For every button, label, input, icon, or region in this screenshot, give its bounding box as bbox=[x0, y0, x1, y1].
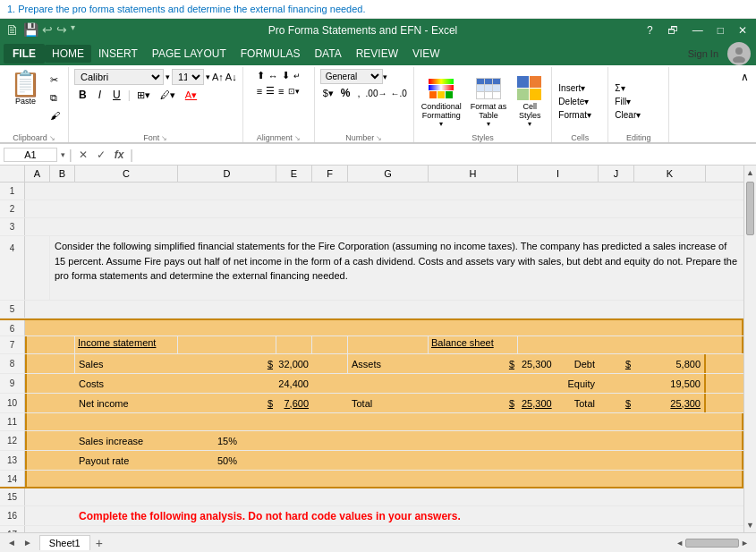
row-7-E[interactable] bbox=[276, 336, 312, 353]
scroll-sheets-right[interactable]: ► bbox=[20, 538, 36, 548]
row-9-D[interactable] bbox=[178, 374, 276, 393]
percent-button[interactable]: % bbox=[338, 86, 353, 100]
row-7-rest[interactable] bbox=[518, 336, 743, 353]
scrollbar-vertical[interactable]: ▲ ▼ bbox=[743, 166, 756, 532]
fill-button[interactable]: Fill▾ bbox=[614, 96, 663, 107]
col-header-I[interactable]: I bbox=[518, 166, 599, 182]
fill-color-button[interactable]: 🖊▾ bbox=[157, 88, 179, 103]
paste-button[interactable]: 📋 Paste bbox=[5, 69, 46, 108]
font-color-button[interactable]: A▾ bbox=[182, 88, 200, 103]
clipboard-group-arrow[interactable]: ↘ bbox=[49, 134, 55, 142]
font-group-arrow[interactable]: ↘ bbox=[161, 134, 167, 142]
autosum-button[interactable]: Σ▾ bbox=[614, 82, 663, 94]
row-7-C[interactable]: Income statement bbox=[75, 336, 178, 353]
row-3-cells[interactable] bbox=[25, 218, 743, 235]
format-cells-button[interactable]: Format▾ bbox=[557, 109, 602, 121]
row-num-5[interactable]: 5 bbox=[0, 301, 25, 318]
menu-view[interactable]: VIEW bbox=[405, 45, 447, 63]
scroll-up-arrow[interactable]: ▲ bbox=[744, 166, 756, 180]
row-10-E[interactable]: 7,600 bbox=[276, 394, 312, 412]
maximize-button[interactable]: □ bbox=[714, 24, 727, 37]
row-num-2[interactable]: 2 bbox=[0, 200, 25, 217]
col-header-H[interactable]: H bbox=[429, 166, 518, 182]
row-7-D[interactable] bbox=[178, 336, 276, 353]
scroll-thumb[interactable] bbox=[746, 182, 754, 235]
row-7-B[interactable] bbox=[50, 336, 75, 353]
row-num-11[interactable]: 11 bbox=[0, 413, 25, 430]
row-9-I[interactable]: Equity bbox=[518, 374, 599, 393]
underline-button[interactable]: U bbox=[108, 87, 125, 103]
row-num-12[interactable]: 12 bbox=[0, 431, 25, 450]
help-button[interactable]: ? bbox=[643, 24, 657, 37]
menu-data[interactable]: DATA bbox=[307, 45, 348, 63]
row-num-14[interactable]: 14 bbox=[0, 471, 25, 487]
align-bottom-button[interactable]: ⬇ bbox=[281, 69, 291, 82]
row-7-F[interactable] bbox=[312, 336, 348, 353]
row-8-D[interactable]: $ bbox=[178, 354, 276, 373]
row-8-H[interactable]: $ bbox=[429, 354, 518, 373]
col-header-D[interactable]: D bbox=[178, 166, 276, 182]
h-scroll-thumb[interactable] bbox=[685, 539, 739, 548]
sign-in-button[interactable]: Sign In bbox=[681, 48, 726, 59]
font-family-dropdown[interactable]: ▾ bbox=[166, 72, 170, 81]
row-5-cells[interactable] bbox=[25, 301, 743, 318]
row-num-8[interactable]: 8 bbox=[0, 354, 25, 373]
row-10-H[interactable]: $ bbox=[429, 394, 518, 412]
row-7-G[interactable] bbox=[348, 336, 429, 353]
row-8-C[interactable]: Sales bbox=[75, 354, 178, 373]
font-size-select[interactable]: 11 bbox=[172, 69, 204, 85]
row-4-cell-A[interactable] bbox=[25, 236, 50, 300]
font-family-select[interactable]: Calibri bbox=[74, 69, 164, 85]
col-header-G[interactable]: G bbox=[348, 166, 429, 182]
col-header-C[interactable]: C bbox=[75, 166, 178, 182]
row-9-E[interactable]: 24,400 bbox=[276, 374, 312, 393]
formula-input[interactable] bbox=[137, 149, 752, 161]
row-8-J[interactable]: $ bbox=[599, 354, 634, 373]
row-8-G[interactable]: Assets bbox=[348, 354, 429, 373]
delete-cells-button[interactable]: Delete▾ bbox=[557, 96, 602, 107]
scroll-sheets-left[interactable]: ◄ bbox=[4, 538, 20, 548]
redo-icon[interactable]: ↪ bbox=[56, 22, 67, 38]
italic-button[interactable]: I bbox=[94, 87, 106, 103]
wrap-text-button[interactable]: ↵ bbox=[293, 69, 302, 82]
minimize-button[interactable]: — bbox=[689, 24, 707, 37]
row-num-16[interactable]: 16 bbox=[0, 506, 25, 525]
scroll-right-arrow[interactable]: ► bbox=[741, 539, 749, 548]
row-num-1[interactable]: 1 bbox=[0, 183, 25, 200]
scroll-left-arrow[interactable]: ◄ bbox=[675, 539, 684, 548]
row-num-10[interactable]: 10 bbox=[0, 394, 25, 412]
row-8-I[interactable]: 25,300 Debt bbox=[518, 354, 599, 373]
row-13-E[interactable]: 50% bbox=[178, 451, 276, 470]
alignment-group-arrow[interactable]: ↘ bbox=[294, 134, 301, 142]
row-2-cells[interactable] bbox=[25, 200, 743, 217]
scrollbar-horizontal[interactable]: ◄ ► bbox=[675, 539, 749, 548]
row-10-I[interactable]: 25,300 Total bbox=[518, 394, 599, 412]
increase-decimal-button[interactable]: .00→ bbox=[365, 88, 388, 99]
format-painter-button[interactable]: 🖌 bbox=[47, 108, 63, 123]
collapse-ribbon-button[interactable]: ∧ bbox=[737, 67, 752, 87]
cut-button[interactable]: ✂ bbox=[47, 72, 63, 88]
row-num-7[interactable]: 7 bbox=[0, 336, 25, 353]
row-num-3[interactable]: 3 bbox=[0, 218, 25, 235]
row-9-C[interactable]: Costs bbox=[75, 374, 178, 393]
window-controls[interactable]: ? 🗗 — □ ✕ bbox=[643, 24, 751, 37]
undo-icon[interactable]: ↩ bbox=[42, 22, 53, 38]
row-7-A[interactable] bbox=[25, 336, 50, 353]
align-top-button[interactable]: ⬆ bbox=[256, 69, 266, 82]
border-button[interactable]: ⊞▾ bbox=[133, 88, 154, 103]
row-7-H[interactable]: Balance sheet bbox=[429, 336, 518, 353]
row-1-cells[interactable] bbox=[25, 183, 743, 200]
align-center-button[interactable]: ☰ bbox=[265, 84, 276, 98]
number-group-arrow[interactable]: ↘ bbox=[376, 134, 382, 142]
row-num-4[interactable]: 4 bbox=[0, 236, 25, 300]
col-header-B[interactable]: B bbox=[50, 166, 75, 182]
dropdown-icon[interactable]: ▾ bbox=[71, 22, 75, 38]
user-avatar[interactable] bbox=[727, 42, 751, 65]
align-right-button[interactable]: ≡ bbox=[277, 84, 285, 98]
comma-button[interactable]: , bbox=[354, 87, 362, 99]
save-icon[interactable]: 💾 bbox=[23, 22, 38, 38]
menu-formulas[interactable]: FORMULAS bbox=[234, 45, 308, 63]
row-4-text-cell[interactable]: Consider the following simplified financ… bbox=[50, 236, 743, 300]
row-num-6[interactable]: 6 bbox=[0, 320, 25, 335]
menu-page-layout[interactable]: PAGE LAYOUT bbox=[145, 45, 234, 63]
